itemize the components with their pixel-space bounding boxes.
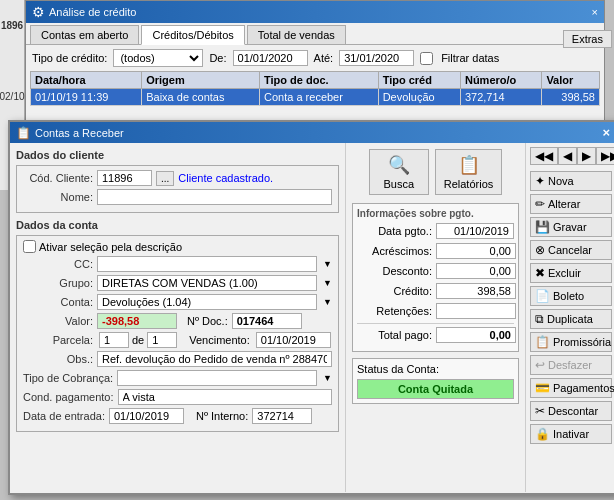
- inativar-button[interactable]: 🔒 Inativar: [530, 424, 612, 444]
- data-entrada-input[interactable]: [109, 408, 184, 424]
- grupo-dropdown-icon[interactable]: ▼: [323, 278, 332, 288]
- cond-pagamento-label: Cond. pagamento:: [23, 391, 114, 403]
- tab-contas-aberto[interactable]: Contas em aberto: [30, 25, 139, 44]
- credito-input[interactable]: [436, 283, 516, 299]
- table-row[interactable]: 01/10/19 11:39 Baixa de contas Conta a r…: [31, 89, 600, 106]
- nav-prev-button[interactable]: ◀: [558, 147, 577, 165]
- nova-icon: ✦: [535, 174, 545, 188]
- valor-input[interactable]: [97, 313, 177, 329]
- cell-tipo-cred: Devolução: [378, 89, 460, 106]
- cancelar-label: Cancelar: [548, 244, 592, 256]
- cancelar-button[interactable]: ⊗ Cancelar: [530, 240, 612, 260]
- ate-input[interactable]: [339, 50, 414, 66]
- parcela-de-input[interactable]: [99, 332, 129, 348]
- desfazer-button[interactable]: ↩ Desfazer: [530, 355, 612, 375]
- promissoria-button[interactable]: 📋 Promissória: [530, 332, 612, 352]
- inativar-icon: 🔒: [535, 427, 550, 441]
- duplicata-button[interactable]: ⧉ Duplicata: [530, 309, 612, 329]
- col-tipo-doc: Tipo de doc.: [260, 72, 379, 89]
- gravar-button[interactable]: 💾 Gravar: [530, 217, 612, 237]
- alterar-icon: ✏: [535, 197, 545, 211]
- duplicata-label: Duplicata: [547, 313, 593, 325]
- desfazer-label: Desfazer: [548, 359, 592, 371]
- descontar-button[interactable]: ✂ Descontar: [530, 401, 612, 421]
- tab-creditos-debitos[interactable]: Créditos/Débitos: [141, 25, 244, 45]
- busca-icon: 🔍: [388, 154, 410, 176]
- ativar-selecao-label: Ativar seleção pela descrição: [39, 241, 182, 253]
- filtrar-datas-checkbox[interactable]: [420, 52, 433, 65]
- cod-cliente-input[interactable]: [97, 170, 152, 186]
- nav-last-button[interactable]: ▶▶: [596, 147, 614, 165]
- conta-label: Conta:: [23, 296, 93, 308]
- nav-row: ◀◀ ◀ ▶ ▶▶: [530, 147, 612, 165]
- relatorios-button[interactable]: 📋 Relatórios: [435, 149, 503, 195]
- obs-input[interactable]: [97, 351, 332, 367]
- boleto-button[interactable]: 📄 Boleto: [530, 286, 612, 306]
- ndoc-label: Nº Doc.:: [187, 315, 228, 327]
- status-badge: Conta Quitada: [357, 379, 514, 399]
- tipo-cobranca-dropdown-icon[interactable]: ▼: [323, 373, 332, 383]
- left-data: 02/10: [0, 91, 25, 102]
- ndoc-input[interactable]: [232, 313, 302, 329]
- bg-close-icon[interactable]: ×: [592, 6, 598, 18]
- nav-first-button[interactable]: ◀◀: [530, 147, 558, 165]
- acrescimos-label: Acréscimos:: [357, 245, 432, 257]
- cell-valor: 398,58: [542, 89, 600, 106]
- nome-input[interactable]: [97, 189, 332, 205]
- pagamentos-button[interactable]: 💳 Pagamentos: [530, 378, 612, 398]
- bg-window-title: ⚙ Análise de crédito ×: [26, 1, 604, 23]
- vencimento-input[interactable]: [256, 332, 331, 348]
- dialog-close-button[interactable]: ×: [602, 125, 610, 140]
- dialog-title-text: Contas a Receber: [35, 127, 124, 139]
- acrescimos-input[interactable]: [436, 243, 516, 259]
- obs-label: Obs.:: [23, 353, 93, 365]
- col-origem: Origem: [142, 72, 260, 89]
- cc-input[interactable]: [97, 256, 317, 272]
- busca-button[interactable]: 🔍 Busca: [369, 149, 429, 195]
- nova-button[interactable]: ✦ Nova: [530, 171, 612, 191]
- conta-input[interactable]: [97, 294, 317, 310]
- pagamentos-label: Pagamentos: [553, 382, 614, 394]
- de-label: De:: [209, 52, 226, 64]
- relatorios-label: Relatórios: [444, 178, 494, 190]
- tab-total-vendas[interactable]: Total de vendas: [247, 25, 346, 44]
- cc-dropdown-icon[interactable]: ▼: [323, 259, 332, 269]
- cancelar-icon: ⊗: [535, 243, 545, 257]
- conta-dropdown-icon[interactable]: ▼: [323, 297, 332, 307]
- parcela-total-input[interactable]: [147, 332, 177, 348]
- payment-info-box: Informações sobre pgto. Data pgto.: Acré…: [352, 203, 519, 352]
- boleto-label: Boleto: [553, 290, 584, 302]
- left-number: 1896: [1, 0, 23, 31]
- de-input[interactable]: [233, 50, 308, 66]
- alterar-button[interactable]: ✏ Alterar: [530, 194, 612, 214]
- tipo-cobranca-input[interactable]: [117, 370, 317, 386]
- parcela-label: Parcela:: [23, 334, 93, 346]
- busca-label: Busca: [383, 178, 414, 190]
- alterar-label: Alterar: [548, 198, 580, 210]
- dados-cliente-label: Dados do cliente: [16, 149, 339, 161]
- data-pgto-label: Data pgto.:: [357, 225, 432, 237]
- excluir-button[interactable]: ✖ Excluir: [530, 263, 612, 283]
- gravar-label: Gravar: [553, 221, 587, 233]
- data-pgto-input[interactable]: [436, 223, 514, 239]
- total-pago-input[interactable]: [436, 327, 516, 343]
- grupo-label: Grupo:: [23, 277, 93, 289]
- n-interno-label: Nº Interno:: [196, 410, 248, 422]
- nav-next-button[interactable]: ▶: [577, 147, 596, 165]
- retencoes-input[interactable]: [436, 303, 516, 319]
- cell-tipo-doc: Conta a receber: [260, 89, 379, 106]
- tipo-credito-select[interactable]: (todos): [113, 49, 203, 67]
- cod-cliente-dots-button[interactable]: ...: [156, 171, 174, 186]
- ativar-selecao-checkbox[interactable]: [23, 240, 36, 253]
- parcela-de-text: de: [132, 334, 144, 346]
- n-interno-input[interactable]: [252, 408, 312, 424]
- status-box: Status da Conta: Conta Quitada: [352, 358, 519, 404]
- cond-pagamento-input[interactable]: [118, 389, 332, 405]
- desconto-input[interactable]: [436, 263, 516, 279]
- grupo-input[interactable]: [97, 275, 317, 291]
- nova-label: Nova: [548, 175, 574, 187]
- total-pago-label: Total pago:: [357, 329, 432, 341]
- dados-cliente-section: Cód. Cliente: ... Cliente cadastrado. No…: [16, 165, 339, 213]
- col-tipo-cred: Tipo créd: [378, 72, 460, 89]
- extras-button[interactable]: Extras: [563, 30, 612, 48]
